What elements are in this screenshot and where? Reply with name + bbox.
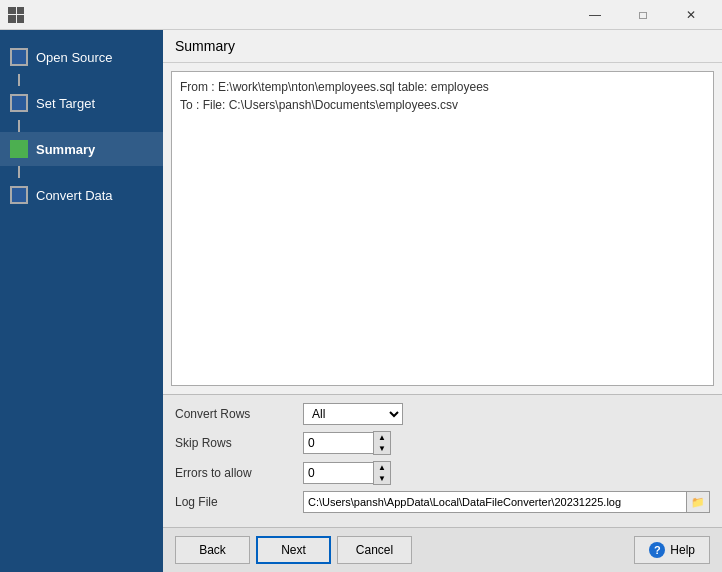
step-icon-summary: [10, 140, 28, 158]
button-row-left: Back Next Cancel: [175, 536, 412, 564]
log-file-input[interactable]: [303, 491, 686, 513]
step-connector-1: [18, 74, 20, 86]
main-content: Open Source Set Target Summary Convert D…: [0, 30, 722, 572]
button-row: Back Next Cancel ? Help: [163, 527, 722, 572]
title-bar-controls: — □ ✕: [572, 4, 714, 26]
sidebar-label-open-source: Open Source: [36, 50, 113, 65]
errors-spinner-btns: ▲ ▼: [373, 461, 391, 485]
errors-spinner: ▲ ▼: [303, 461, 391, 485]
next-button[interactable]: Next: [256, 536, 331, 564]
skip-rows-down[interactable]: ▼: [374, 443, 390, 454]
errors-to-allow-input[interactable]: [303, 462, 373, 484]
close-button[interactable]: ✕: [668, 4, 714, 26]
convert-rows-row: Convert Rows All Range First N: [175, 403, 710, 425]
step-icon-set-target: [10, 94, 28, 112]
right-panel: Summary From : E:\work\temp\nton\employe…: [163, 30, 722, 572]
errors-up[interactable]: ▲: [374, 462, 390, 473]
folder-icon: 📁: [691, 496, 705, 509]
sidebar-label-summary: Summary: [36, 142, 95, 157]
skip-rows-up[interactable]: ▲: [374, 432, 390, 443]
sidebar-item-set-target[interactable]: Set Target: [0, 86, 163, 120]
summary-box: From : E:\work\temp\nton\employees.sql t…: [171, 71, 714, 386]
log-file-wrap: 📁: [303, 491, 710, 513]
help-button[interactable]: ? Help: [634, 536, 710, 564]
convert-rows-select[interactable]: All Range First N: [303, 403, 403, 425]
step-icon-open-source: [10, 48, 28, 66]
step-connector-2: [18, 120, 20, 132]
sidebar-label-convert-data: Convert Data: [36, 188, 113, 203]
errors-to-allow-row: Errors to allow ▲ ▼: [175, 461, 710, 485]
sidebar-label-set-target: Set Target: [36, 96, 95, 111]
log-file-browse-button[interactable]: 📁: [686, 491, 710, 513]
app-icon: [8, 7, 24, 23]
help-label: Help: [670, 543, 695, 557]
skip-rows-row: Skip Rows ▲ ▼: [175, 431, 710, 455]
step-icon-convert-data: [10, 186, 28, 204]
title-bar-left: [8, 7, 24, 23]
skip-rows-label: Skip Rows: [175, 436, 295, 450]
title-bar: — □ ✕: [0, 0, 722, 30]
skip-rows-spinner: ▲ ▼: [303, 431, 391, 455]
skip-rows-spinner-btns: ▲ ▼: [373, 431, 391, 455]
convert-rows-label: Convert Rows: [175, 407, 295, 421]
help-icon: ?: [649, 542, 665, 558]
bottom-form: Convert Rows All Range First N Skip Rows…: [163, 394, 722, 527]
minimize-button[interactable]: —: [572, 4, 618, 26]
maximize-button[interactable]: □: [620, 4, 666, 26]
panel-title: Summary: [163, 30, 722, 63]
sidebar-item-open-source[interactable]: Open Source: [0, 40, 163, 74]
summary-line-from: From : E:\work\temp\nton\employees.sql t…: [180, 80, 705, 94]
log-file-label: Log File: [175, 495, 295, 509]
back-button[interactable]: Back: [175, 536, 250, 564]
sidebar-item-convert-data[interactable]: Convert Data: [0, 178, 163, 212]
errors-to-allow-label: Errors to allow: [175, 466, 295, 480]
errors-down[interactable]: ▼: [374, 473, 390, 484]
sidebar: Open Source Set Target Summary Convert D…: [0, 30, 163, 572]
step-connector-3: [18, 166, 20, 178]
summary-line-to: To : File: C:\Users\pansh\Documents\empl…: [180, 98, 705, 112]
sidebar-item-summary[interactable]: Summary: [0, 132, 163, 166]
cancel-button[interactable]: Cancel: [337, 536, 412, 564]
log-file-row: Log File 📁: [175, 491, 710, 513]
skip-rows-input[interactable]: [303, 432, 373, 454]
